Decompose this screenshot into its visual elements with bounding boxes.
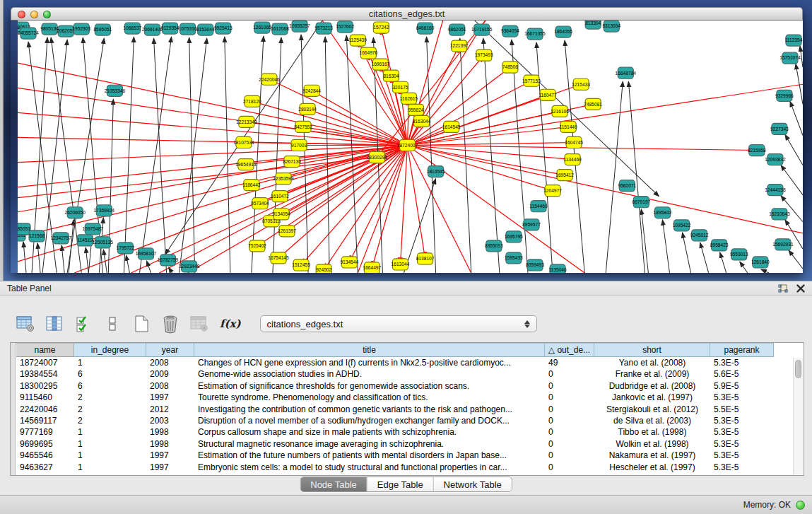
network-node[interactable]: 1261840 [751, 257, 770, 268]
network-node[interactable]: 8138107 [416, 253, 435, 264]
window-titlebar[interactable]: citations_edges.txt [11, 7, 803, 21]
network-node[interactable]: 320175 [392, 81, 408, 93]
network-node[interactable]: 1595433 [505, 252, 523, 264]
network-node[interactable]: 1221397 [450, 40, 469, 52]
network-node[interactable]: 1664497 [363, 262, 381, 273]
network-node[interactable]: 9573213 [314, 23, 333, 34]
table-row[interactable]: 977716911998Corpus callosum shape and si… [16, 426, 794, 438]
network-node[interactable]: 16671355 [524, 28, 546, 40]
network-node[interactable]: 18107534 [233, 136, 254, 148]
network-node[interactable]: 15692931 [772, 239, 794, 250]
network-node[interactable]: 1075310 [179, 23, 197, 35]
network-node[interactable]: 22420046 [259, 74, 280, 85]
network-node[interactable]: 1066537 [124, 23, 142, 34]
network-node[interactable]: 2803144 [298, 103, 317, 115]
column-chooser-icon[interactable] [45, 314, 64, 334]
network-node[interactable]: 8163044 [413, 115, 431, 127]
network-node[interactable]: 20691406 [142, 24, 163, 35]
network-node[interactable]: 19654913 [235, 159, 257, 170]
network-node[interactable]: 1261065 [253, 22, 271, 33]
network-node[interactable]: 917003 [291, 139, 307, 151]
network-node[interactable]: 18724007 [397, 139, 418, 151]
network-node[interactable]: 8958423 [710, 240, 729, 251]
function-builder-icon[interactable]: f(x) [218, 314, 242, 334]
table-row[interactable]: 1938455462009Genome-wide association stu… [16, 368, 794, 380]
network-node[interactable]: 1612068 [271, 23, 289, 35]
network-node[interactable]: 9862051 [448, 24, 466, 35]
table-row[interactable]: 1830029562008Estimation of significance … [16, 380, 794, 392]
network-node[interactable]: 8313054 [602, 21, 620, 32]
scrollbar-thumb[interactable] [795, 360, 801, 378]
network-node[interactable]: 7485081 [584, 98, 602, 110]
network-node[interactable]: 12093832 [765, 154, 786, 165]
network-node[interactable]: 1162615 [400, 93, 418, 104]
network-node[interactable]: 12923448 [179, 261, 200, 272]
network-node[interactable]: 9582071 [618, 180, 636, 192]
network-node[interactable]: 26206050 [65, 207, 86, 218]
table-row[interactable]: 969969511998Structural magnetic resonanc… [16, 438, 794, 450]
table-row[interactable]: 1456911722003Disruption of a novel membe… [16, 415, 794, 426]
column-header[interactable]: year [146, 343, 194, 357]
network-node[interactable]: 1577153 [522, 75, 541, 86]
float-window-icon[interactable] [778, 284, 788, 293]
tab-network-table[interactable]: Network Table [433, 477, 512, 491]
delete-icon[interactable] [160, 314, 180, 334]
column-header[interactable]: title [194, 343, 545, 357]
column-header[interactable]: in_degree [74, 343, 146, 357]
network-node[interactable]: 16210643 [769, 209, 790, 220]
select-all-icon[interactable] [73, 314, 93, 334]
network-node[interactable]: 10655257 [289, 21, 310, 32]
network-node[interactable]: 1695412 [555, 170, 574, 181]
network-node[interactable]: 9573404 [251, 198, 269, 209]
network-node[interactable]: 1216106 [551, 105, 569, 117]
table-selector-dropdown[interactable]: citations_edges.txt [260, 315, 537, 332]
network-node[interactable]: 8595051 [93, 24, 112, 35]
network-node[interactable]: 9553013 [730, 249, 748, 260]
network-node[interactable]: 8059493 [526, 259, 544, 271]
network-node[interactable]: 1527602 [336, 21, 354, 33]
network-node[interactable]: 6679197 [632, 197, 651, 208]
network-node[interactable]: 16958107 [136, 248, 157, 259]
network-node[interactable]: 1204977 [543, 185, 562, 197]
memory-status-indicator[interactable] [796, 501, 805, 510]
network-node[interactable]: 8466160 [416, 23, 435, 34]
network-node[interactable]: 121568 [29, 230, 45, 242]
network-node[interactable]: 9364054 [501, 25, 519, 37]
network-node[interactable]: 1614545 [442, 121, 461, 132]
network-node[interactable]: 9245012 [690, 230, 709, 241]
network-node[interactable]: 12353599 [273, 173, 294, 185]
network-node[interactable]: 9925413 [214, 23, 233, 34]
column-header[interactable]: name [16, 343, 74, 357]
network-node[interactable]: 15751074 [779, 52, 801, 64]
network-node[interactable]: 9227343 [770, 123, 789, 134]
network-node[interactable]: 1512455 [292, 259, 310, 271]
network-node[interactable]: 1795722 [117, 243, 135, 254]
table-row[interactable]: 1872400712008Changes of HCN gene express… [16, 357, 794, 368]
table-row[interactable]: 946554611997Estimation of the future num… [16, 450, 794, 461]
network-node[interactable]: 114519 [77, 235, 93, 246]
network-node[interactable]: 12342757 [50, 233, 71, 244]
network-node[interactable]: 1215433 [572, 78, 590, 90]
network-node[interactable]: 16754145 [268, 252, 289, 264]
network-node[interactable]: 18300295 [367, 152, 388, 163]
network-node[interactable]: 12444158 [765, 185, 786, 196]
network-node[interactable]: 9134544 [340, 257, 358, 268]
network-node[interactable]: 157242 [373, 22, 389, 33]
network-node[interactable]: 7525402 [248, 240, 266, 252]
network-node[interactable]: 2718120 [243, 95, 261, 107]
column-header[interactable]: △ out_de... [545, 343, 594, 357]
network-node[interactable]: 1610472 [271, 191, 289, 202]
table-row[interactable]: 911546021997Tourette syndrome. Phenomeno… [16, 392, 794, 403]
network-node[interactable]: 813304 [585, 21, 601, 29]
network-node[interactable]: 12505135 [93, 237, 114, 248]
merge-rows-icon[interactable] [102, 314, 122, 334]
network-node[interactable]: 1613044 [392, 259, 410, 270]
network-node[interactable]: 1186443 [242, 180, 261, 191]
network-node[interactable]: 8955013 [485, 240, 503, 252]
table-row[interactable]: 946362711997Embryonic stem cells: a mode… [16, 462, 794, 473]
network-node[interactable]: 24055724 [18, 28, 39, 39]
network-node[interactable]: 21053346 [105, 85, 126, 96]
network-node[interactable]: 12213343 [236, 116, 257, 127]
network-canvas[interactable]: 1872400718300295224200462718120122133431… [18, 21, 803, 273]
network-node[interactable]: 924502 [316, 264, 331, 273]
